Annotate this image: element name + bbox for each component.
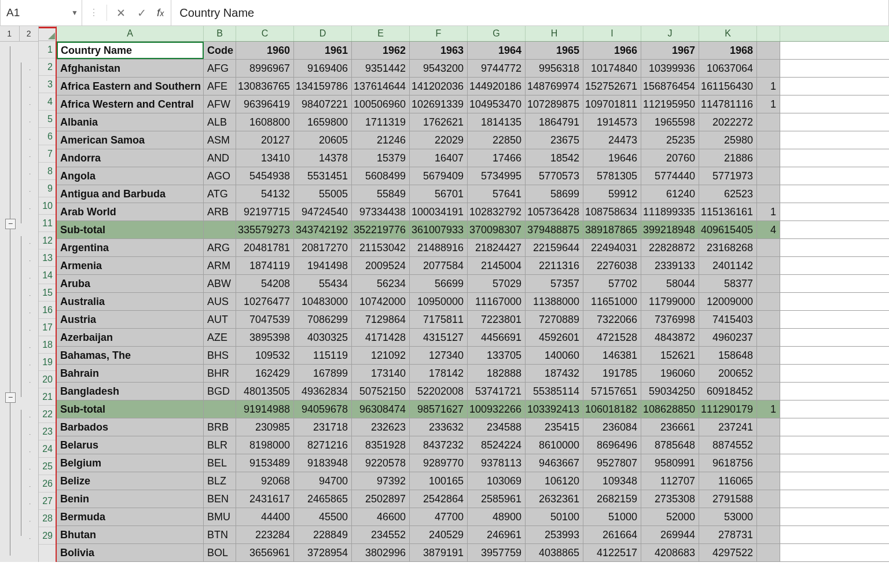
value-cell[interactable] bbox=[757, 490, 780, 508]
value-cell[interactable]: 44400 bbox=[236, 508, 294, 525]
value-cell[interactable]: 50752150 bbox=[352, 383, 410, 400]
value-cell[interactable]: 7086299 bbox=[294, 311, 352, 328]
value-cell[interactable]: 11167000 bbox=[468, 293, 526, 310]
value-cell[interactable]: 45500 bbox=[294, 508, 352, 525]
country-code-cell[interactable]: Code bbox=[204, 42, 236, 59]
value-cell[interactable]: 14378 bbox=[294, 149, 352, 167]
value-cell[interactable]: 58699 bbox=[526, 185, 583, 203]
value-cell[interactable]: 230985 bbox=[236, 418, 294, 436]
value-cell[interactable]: 7223801 bbox=[468, 311, 526, 328]
column-header-D[interactable]: D bbox=[294, 26, 352, 41]
country-code-cell[interactable]: AUS bbox=[204, 293, 236, 310]
value-cell[interactable]: 20127 bbox=[236, 131, 294, 149]
value-cell[interactable]: 23168268 bbox=[699, 239, 757, 256]
value-cell[interactable]: 106018182 bbox=[583, 400, 641, 418]
value-cell[interactable]: 111290179 bbox=[699, 400, 757, 418]
value-cell[interactable]: 106120 bbox=[526, 472, 583, 490]
value-cell[interactable]: 21153042 bbox=[352, 239, 410, 256]
value-cell[interactable]: 1914573 bbox=[583, 113, 641, 131]
column-header-E[interactable]: E bbox=[352, 26, 410, 41]
value-cell[interactable]: 335579273 bbox=[236, 221, 294, 238]
outline-collapse-button[interactable]: − bbox=[5, 219, 16, 229]
value-cell[interactable]: 3895398 bbox=[236, 329, 294, 346]
value-cell[interactable]: 1762621 bbox=[410, 113, 468, 131]
value-cell[interactable]: 109532 bbox=[236, 347, 294, 364]
value-cell[interactable]: 2022272 bbox=[699, 113, 757, 131]
value-cell[interactable]: 56234 bbox=[352, 275, 410, 292]
row-header[interactable]: 24 bbox=[39, 440, 56, 458]
value-cell[interactable]: 96396419 bbox=[236, 95, 294, 113]
value-cell[interactable]: 10276477 bbox=[236, 293, 294, 310]
value-cell[interactable] bbox=[757, 42, 780, 59]
value-cell[interactable]: 187432 bbox=[526, 365, 583, 382]
value-cell[interactable]: 1966 bbox=[583, 42, 641, 59]
spreadsheet-grid[interactable]: ABCDEFGHIJK Country NameCode196019611962… bbox=[57, 26, 889, 562]
value-cell[interactable]: 7376998 bbox=[641, 311, 699, 328]
value-cell[interactable]: 114781116 bbox=[699, 95, 757, 113]
value-cell[interactable]: 7322066 bbox=[583, 311, 641, 328]
value-cell[interactable]: 158648 bbox=[699, 347, 757, 364]
value-cell[interactable]: 100506960 bbox=[352, 95, 410, 113]
confirm-entry-icon[interactable]: ✓ bbox=[131, 6, 152, 20]
country-code-cell[interactable]: ARG bbox=[204, 239, 236, 256]
value-cell[interactable]: 8437232 bbox=[410, 436, 468, 454]
column-header-G[interactable]: G bbox=[468, 26, 526, 41]
value-cell[interactable] bbox=[757, 329, 780, 346]
outline-level-1-button[interactable]: 1 bbox=[0, 26, 20, 41]
country-code-cell[interactable]: BHR bbox=[204, 365, 236, 382]
value-cell[interactable]: 55849 bbox=[352, 185, 410, 203]
value-cell[interactable]: 134159786 bbox=[294, 78, 352, 95]
country-code-cell[interactable]: BTN bbox=[204, 526, 236, 543]
value-cell[interactable]: 13410 bbox=[236, 149, 294, 167]
country-code-cell[interactable]: BEL bbox=[204, 454, 236, 472]
country-name-cell[interactable]: Bangladesh bbox=[57, 383, 204, 400]
value-cell[interactable]: 1965 bbox=[526, 42, 583, 59]
value-cell[interactable]: 109348 bbox=[583, 472, 641, 490]
value-cell[interactable]: 246961 bbox=[468, 526, 526, 543]
value-cell[interactable]: 22828872 bbox=[641, 239, 699, 256]
value-cell[interactable]: 22159644 bbox=[526, 239, 583, 256]
value-cell[interactable]: 19646 bbox=[583, 149, 641, 167]
value-cell[interactable]: 2585961 bbox=[468, 490, 526, 508]
value-cell[interactable]: 4592601 bbox=[526, 329, 583, 346]
value-cell[interactable]: 20817270 bbox=[294, 239, 352, 256]
country-code-cell[interactable]: BOL bbox=[204, 544, 236, 561]
value-cell[interactable]: 103069 bbox=[468, 472, 526, 490]
column-header-B[interactable]: B bbox=[204, 26, 236, 41]
value-cell[interactable]: 57357 bbox=[526, 275, 583, 292]
value-cell[interactable]: 91914988 bbox=[236, 400, 294, 418]
value-cell[interactable]: 9618756 bbox=[699, 454, 757, 472]
value-cell[interactable]: 1964 bbox=[468, 42, 526, 59]
value-cell[interactable]: 21246 bbox=[352, 131, 410, 149]
country-name-cell[interactable]: Belarus bbox=[57, 436, 204, 454]
value-cell[interactable] bbox=[757, 383, 780, 400]
value-cell[interactable]: 200652 bbox=[699, 365, 757, 382]
value-cell[interactable]: 5531451 bbox=[294, 167, 352, 185]
value-cell[interactable]: 16407 bbox=[410, 149, 468, 167]
country-name-cell[interactable]: Sub-total bbox=[57, 221, 204, 238]
value-cell[interactable] bbox=[757, 508, 780, 525]
value-cell[interactable]: 10742000 bbox=[352, 293, 410, 310]
country-name-cell[interactable]: Argentina bbox=[57, 239, 204, 256]
value-cell[interactable]: 2211316 bbox=[526, 257, 583, 274]
row-header[interactable]: 19 bbox=[39, 354, 56, 371]
row-header[interactable]: 11 bbox=[39, 215, 56, 232]
value-cell[interactable] bbox=[757, 472, 780, 490]
value-cell[interactable]: 236661 bbox=[641, 418, 699, 436]
outline-level-2-button[interactable]: 2 bbox=[20, 26, 39, 41]
value-cell[interactable]: 9378113 bbox=[468, 454, 526, 472]
value-cell[interactable]: 115136161 bbox=[699, 203, 757, 220]
value-cell[interactable]: 2542864 bbox=[410, 490, 468, 508]
country-name-cell[interactable]: Arab World bbox=[57, 203, 204, 220]
value-cell[interactable]: 9956318 bbox=[526, 60, 583, 77]
value-cell[interactable]: 25235 bbox=[641, 131, 699, 149]
value-cell[interactable]: 1814135 bbox=[468, 113, 526, 131]
value-cell[interactable]: 1 bbox=[757, 95, 780, 113]
value-cell[interactable]: 54208 bbox=[236, 275, 294, 292]
value-cell[interactable]: 24473 bbox=[583, 131, 641, 149]
value-cell[interactable]: 5771973 bbox=[699, 167, 757, 185]
value-cell[interactable]: 100932266 bbox=[468, 400, 526, 418]
value-cell[interactable]: 104953470 bbox=[468, 95, 526, 113]
value-cell[interactable]: 23675 bbox=[526, 131, 583, 149]
value-cell[interactable]: 370098307 bbox=[468, 221, 526, 238]
